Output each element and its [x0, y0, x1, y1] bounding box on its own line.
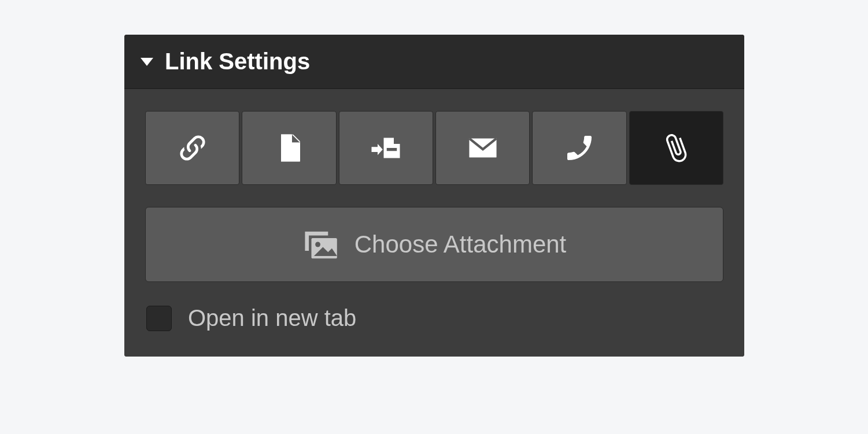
email-icon	[467, 132, 499, 164]
svg-rect-0	[387, 148, 397, 151]
phone-icon	[563, 132, 596, 164]
link-icon	[176, 132, 209, 164]
link-type-selector	[145, 111, 723, 185]
disclosure-triangle-icon	[141, 58, 153, 66]
link-type-url-button[interactable]	[145, 111, 239, 185]
open-in-new-tab-label: Open in new tab	[188, 305, 356, 331]
panel-body: Choose Attachment Open in new tab	[124, 89, 744, 357]
panel-title: Link Settings	[165, 49, 310, 75]
import-page-icon	[370, 132, 402, 164]
link-type-attachment-button[interactable]	[629, 111, 723, 185]
svg-point-2	[315, 242, 320, 247]
link-type-phone-button[interactable]	[532, 111, 626, 185]
media-icon	[302, 228, 338, 261]
link-settings-panel: Link Settings	[124, 35, 744, 357]
link-type-page-button[interactable]	[242, 111, 336, 185]
choose-attachment-button[interactable]: Choose Attachment	[145, 207, 723, 282]
link-type-email-button[interactable]	[435, 111, 530, 185]
attachment-icon	[660, 132, 692, 164]
page-icon	[273, 132, 305, 164]
panel-header[interactable]: Link Settings	[124, 35, 744, 89]
open-in-new-tab-row: Open in new tab	[145, 305, 723, 331]
choose-attachment-label: Choose Attachment	[354, 231, 567, 258]
open-in-new-tab-checkbox[interactable]	[146, 306, 172, 331]
link-type-import-page-button[interactable]	[339, 111, 433, 185]
